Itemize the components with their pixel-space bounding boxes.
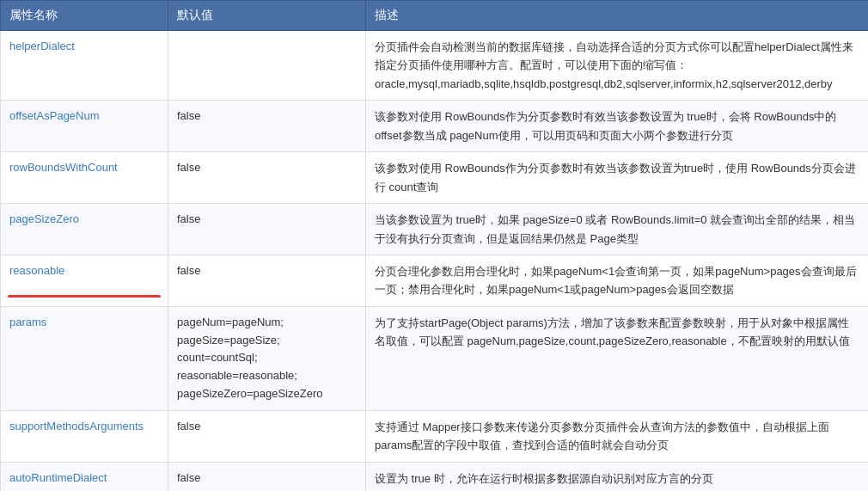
row-default-7: false bbox=[168, 462, 366, 491]
row-desc-4: 分页合理化参数启用合理化时，如果pageNum<1会查询第一页，如果pageNu… bbox=[366, 255, 869, 306]
row-default-1: false bbox=[168, 101, 366, 152]
row-default-0 bbox=[168, 31, 366, 101]
row-name-4: reasonable bbox=[1, 255, 168, 306]
row-desc-2: 该参数对使用 RowBounds作为分页参数时有效当该参数设置为true时，使用… bbox=[366, 152, 869, 204]
row-name-1: offsetAsPageNum bbox=[1, 101, 168, 152]
row-default-6: false bbox=[168, 410, 366, 462]
row-default-3: false bbox=[168, 204, 366, 255]
row-desc-6: 支持通过 Mapper接口参数来传递分页参数分页插件会从查询方法的参数值中，自动… bbox=[366, 410, 869, 462]
row-desc-0: 分页插件会自动检测当前的数据库链接，自动选择合适的分页方式你可以配置helper… bbox=[366, 31, 869, 101]
row-desc-3: 当该参数设置为 true时，如果 pageSize=0 或者 RowBounds… bbox=[366, 204, 869, 255]
header-desc: 描述 bbox=[366, 1, 869, 31]
row-name-6: supportMethodsArguments bbox=[1, 410, 168, 462]
row-default-4: false bbox=[168, 255, 366, 306]
header-default: 默认值 bbox=[168, 1, 366, 31]
row-default-5: pageNum=pageNum; pageSize=pageSize; coun… bbox=[168, 306, 366, 410]
row-name-7: autoRuntimeDialect bbox=[1, 462, 168, 491]
header-name: 属性名称 bbox=[1, 1, 168, 31]
row-name-2: rowBoundsWithCount bbox=[1, 152, 168, 204]
row-name-0: helperDialect bbox=[1, 31, 168, 101]
row-default-2: false bbox=[168, 152, 366, 204]
row-name-3: pageSizeZero bbox=[1, 204, 168, 255]
row-desc-7: 设置为 true 时，允许在运行时根据多数据源自动识别对应方言的分页 bbox=[366, 462, 869, 491]
row-name-5: params bbox=[1, 306, 168, 410]
row-desc-5: 为了支持startPage(Object params)方法，增加了该参数来配置… bbox=[366, 306, 869, 410]
row-desc-1: 该参数对使用 RowBounds作为分页参数时有效当该参数设置为 true时，会… bbox=[366, 101, 869, 152]
